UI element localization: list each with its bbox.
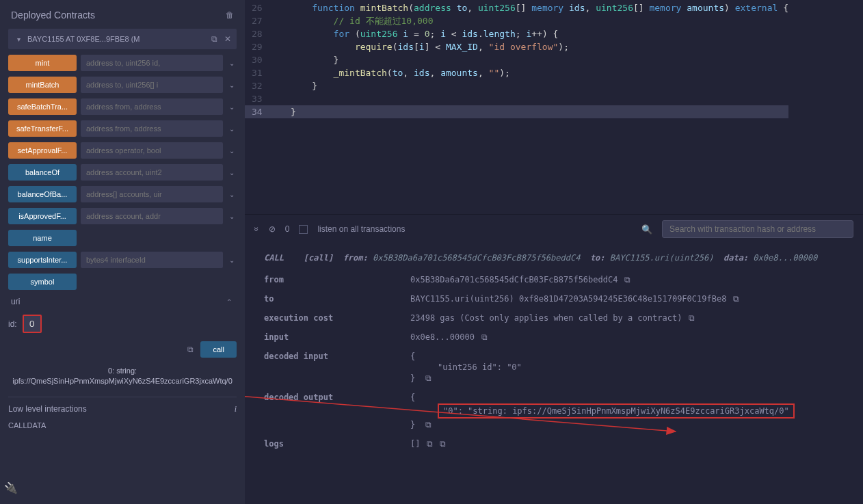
function-args-input[interactable] xyxy=(81,164,223,181)
chevron-down-icon[interactable]: ⌄ xyxy=(227,81,237,89)
function-button[interactable]: mint xyxy=(8,55,77,71)
function-args-input[interactable] xyxy=(81,55,223,71)
function-row: balanceOfBa...⌄ xyxy=(8,186,237,202)
code-editor[interactable]: 262728293031323334 function mintBatch(ad… xyxy=(245,0,863,214)
function-args-input[interactable] xyxy=(81,208,223,224)
listen-label: listen on all transactions xyxy=(317,224,405,234)
decoded-input-value: "uint256 id": "0" xyxy=(410,362,522,372)
chevron-down-icon[interactable]: ⌄ xyxy=(227,147,237,155)
clear-icon[interactable]: ⊘ xyxy=(269,224,276,234)
copy-icon[interactable]: ⧉ xyxy=(624,275,630,284)
search-icon[interactable]: 🔍 xyxy=(641,224,652,235)
brace-open: { xyxy=(410,393,795,402)
function-args-input[interactable] xyxy=(81,77,223,93)
expand-icon[interactable]: » xyxy=(252,227,261,232)
function-button[interactable]: balanceOf xyxy=(8,164,77,181)
chevron-down-icon[interactable]: ⌄ xyxy=(227,59,237,67)
function-row: symbol xyxy=(8,274,237,290)
chevron-down-icon[interactable]: ⌄ xyxy=(227,213,237,220)
info-icon[interactable]: i xyxy=(235,404,237,414)
function-args-input[interactable] xyxy=(81,98,223,115)
function-row: supportsInter...⌄ xyxy=(8,252,237,268)
function-row: setApprovalF...⌄ xyxy=(8,142,237,159)
low-level-header: Low level interactions i xyxy=(8,397,237,419)
chevron-down-icon[interactable]: ⌄ xyxy=(227,125,237,133)
call-summary: CALL [call] from: 0x5B38Da6a701c568545dC… xyxy=(264,253,853,263)
line-gutter: 262728293031323334 xyxy=(245,0,269,214)
data-label: data: xyxy=(723,253,748,263)
code-content: function mintBatch(address to, uint256[]… xyxy=(269,0,788,214)
search-input[interactable] xyxy=(662,220,853,238)
function-row: mintBatch⌄ xyxy=(8,77,237,93)
row-to-label: to xyxy=(264,294,401,304)
function-args-input[interactable] xyxy=(81,186,223,202)
data-value: 0x0e8...00000 xyxy=(753,253,817,263)
to-label: to: xyxy=(590,253,605,263)
function-button[interactable]: balanceOfBa... xyxy=(8,186,77,202)
function-row: name xyxy=(8,230,237,246)
function-row: balanceOf⌄ xyxy=(8,164,237,181)
uri-result: 0: string: ipfs://QmeSjSinHpPnmXmspMjwiX… xyxy=(8,360,237,397)
function-args-input[interactable] xyxy=(81,252,223,268)
row-from-label: from xyxy=(264,275,401,284)
call-tag: [call] xyxy=(304,253,333,263)
copy-icon[interactable]: ⧉ xyxy=(211,34,217,44)
chevron-down-icon[interactable]: ⌄ xyxy=(227,169,237,176)
copy-icon[interactable]: ⧉ xyxy=(689,313,695,323)
terminal-toolbar: » ⊘ 0 listen on all transactions 🔍 xyxy=(245,214,863,243)
copy-icon[interactable]: ⧉ xyxy=(425,373,432,383)
decoded-output-value: "0": "string: ipfs://QmeSjSinHpPnmXmspMj… xyxy=(438,403,795,419)
copy-icon[interactable]: ⧉ xyxy=(187,345,194,354)
function-button[interactable]: safeBatchTra... xyxy=(8,98,77,115)
call-button[interactable]: call xyxy=(200,341,237,358)
trash-icon[interactable]: 🗑 xyxy=(226,10,234,20)
copy-icon[interactable]: ⧉ xyxy=(425,420,432,429)
chevron-up-icon[interactable]: ⌃ xyxy=(224,298,234,306)
copy-icon[interactable]: ⧉ xyxy=(427,439,433,449)
brace-close: } xyxy=(410,373,415,383)
row-input-label: input xyxy=(264,332,401,342)
call-prefix: CALL xyxy=(264,253,284,263)
close-icon[interactable]: ✕ xyxy=(224,34,231,44)
deployed-contracts-panel: Deployed Contracts 🗑 ▾ BAYC1155 AT 0XF8E… xyxy=(0,0,245,504)
row-decoded-input-label: decoded input xyxy=(264,352,401,383)
function-button[interactable]: symbol xyxy=(8,274,77,290)
contract-header[interactable]: ▾ BAYC1155 AT 0XF8E...9FBE8 (M ⧉ ✕ xyxy=(8,29,237,49)
chevron-down-icon[interactable]: ⌄ xyxy=(227,191,237,198)
terminal-output[interactable]: CALL [call] from: 0x5B38Da6a701c568545dC… xyxy=(245,243,863,504)
row-input-value: 0x0e8...00000 xyxy=(410,332,475,342)
function-args-input[interactable] xyxy=(81,142,223,159)
chevron-down-icon[interactable]: ▾ xyxy=(14,36,23,43)
uri-header[interactable]: uri ⌃ xyxy=(8,294,237,309)
calldata-label: CALLDATA xyxy=(8,419,237,429)
function-button[interactable]: mintBatch xyxy=(8,77,77,93)
copy-icon[interactable]: ⧉ xyxy=(481,332,488,342)
plug-icon[interactable]: 🔌 xyxy=(4,481,18,494)
function-list: mint⌄mintBatch⌄safeBatchTra...⌄safeTrans… xyxy=(8,55,237,290)
uri-id-label: id: xyxy=(8,319,17,329)
copy-icon[interactable]: ⧉ xyxy=(440,439,446,449)
panel-header: Deployed Contracts 🗑 xyxy=(8,5,237,25)
chevron-down-icon[interactable]: ⌄ xyxy=(227,103,237,111)
function-button[interactable]: supportsInter... xyxy=(8,252,77,268)
function-button[interactable]: setApprovalF... xyxy=(8,142,77,159)
call-details: from 0x5B38Da6a701c568545dCfcB03FcB875f5… xyxy=(264,275,853,449)
function-button[interactable]: isApprovedF... xyxy=(8,208,77,224)
function-button[interactable]: name xyxy=(8,230,77,246)
function-row: safeTransferF...⌄ xyxy=(8,120,237,137)
brace-open: { xyxy=(410,352,522,361)
function-row: safeBatchTra...⌄ xyxy=(8,98,237,115)
row-cost-label: execution cost xyxy=(264,313,401,323)
function-button[interactable]: safeTransferF... xyxy=(8,120,77,137)
listen-checkbox[interactable] xyxy=(299,225,308,234)
from-label: from: xyxy=(343,253,368,263)
row-decoded-output-label: decoded output xyxy=(264,393,401,429)
tx-count: 0 xyxy=(285,224,290,234)
function-args-input[interactable] xyxy=(81,120,223,137)
chevron-down-icon[interactable]: ⌄ xyxy=(227,256,237,264)
right-panel: 262728293031323334 function mintBatch(ad… xyxy=(245,0,863,504)
row-logs-value: [] xyxy=(410,439,420,449)
copy-icon[interactable]: ⧉ xyxy=(733,294,739,304)
panel-title: Deployed Contracts xyxy=(11,10,95,21)
uri-id-input[interactable] xyxy=(23,315,42,333)
